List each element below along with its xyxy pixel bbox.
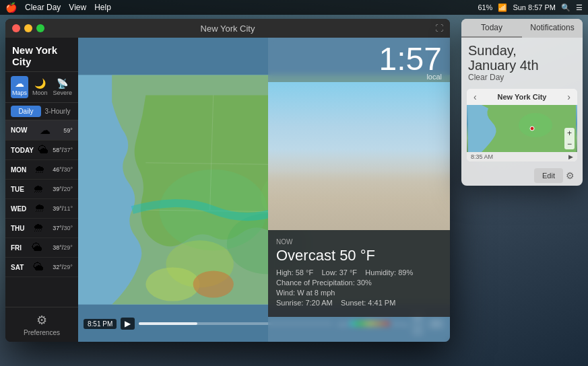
- menubar-left: 🍎 Clear Day View Help: [5, 2, 111, 13]
- weather-details: NOW Overcast 50 °F High: 58 °F Low: 37 °…: [268, 230, 450, 317]
- svg-point-7: [145, 267, 199, 301]
- window-close-button[interactable]: [12, 24, 20, 32]
- tab-severe[interactable]: 📡 Severe: [52, 76, 74, 98]
- nc-widget-header: ‹ New York City ›: [467, 89, 577, 105]
- gear-icon: ⚙: [36, 313, 47, 328]
- window-title: New York City: [201, 24, 255, 34]
- forecast-item-tue[interactable]: TUE 🌧 39°/20°: [5, 180, 78, 199]
- nc-play-icon[interactable]: ▶: [568, 153, 573, 160]
- radar-icon: 📡: [53, 78, 73, 89]
- window-minimize-button[interactable]: [24, 24, 32, 32]
- tab-3hourly[interactable]: 3-Hourly: [42, 106, 73, 117]
- sunrise-sunset-detail: Sunrise: 7:20 AM Sunset: 4:41 PM: [276, 299, 442, 307]
- menubar-time: Sun 8:57 PM: [513, 3, 556, 11]
- cloud-layer: [268, 149, 450, 230]
- nc-weather-widget: ‹ New York City › + − 8:35 AM ▶: [467, 89, 577, 161]
- menubar-view[interactable]: View: [69, 3, 86, 12]
- menubar: 🍎 Clear Day View Help 61% 📶 Sun 8:57 PM …: [0, 0, 588, 15]
- title-bar: New York City ⛶: [5, 19, 450, 38]
- menubar-help[interactable]: Help: [94, 3, 111, 12]
- partly-cloudy-icon: 🌥: [38, 144, 48, 156]
- snow2-icon: 🌨: [33, 222, 44, 234]
- nc-prev-button[interactable]: ‹: [472, 92, 478, 102]
- window-maximize-button[interactable]: [36, 24, 44, 32]
- nc-edit-button[interactable]: Edit: [534, 168, 563, 183]
- window-expand-icon[interactable]: ⛶: [435, 24, 443, 33]
- rainy-icon: 🌧: [34, 163, 45, 176]
- sidebar: New York City ☁ Maps 🌙 Moon 📡 Severe Da: [5, 38, 78, 342]
- nc-date-weekday: Sunday,: [468, 43, 576, 58]
- forecast-item-now[interactable]: NOW ☁ 59°: [5, 120, 78, 141]
- menubar-wifi-icon: 📶: [498, 3, 507, 12]
- time-value: 1:57: [276, 43, 442, 75]
- forecast-tabs: Daily 3-Hourly: [5, 103, 78, 120]
- moon-icon: 🌙: [32, 78, 48, 89]
- svg-point-8: [193, 270, 234, 297]
- tab-maps[interactable]: ☁ Maps: [11, 76, 28, 98]
- wind-detail: Wind: W at 8 mph: [276, 289, 442, 297]
- nc-date-day: January 4th: [468, 58, 576, 73]
- precipitation-detail: Chance of Precipitation: 30%: [276, 279, 442, 287]
- city-name: New York City: [5, 38, 78, 72]
- cloudy2-icon: 🌥: [33, 261, 44, 273]
- preferences-label: Preferences: [24, 329, 60, 336]
- nc-map-svg: [467, 105, 577, 152]
- nc-time-bar: 8:35 AM ▶: [467, 152, 577, 161]
- forecast-list: NOW ☁ 59° TODAY 🌥 58°/37° MON 🌧: [5, 120, 78, 307]
- nc-time-left: 8:35 AM: [471, 153, 493, 160]
- svg-point-17: [530, 126, 534, 131]
- forecast-item-thu[interactable]: THU 🌨 37°/30°: [5, 219, 78, 238]
- high-low-detail: High: 58 °F Low: 37 °F Humidity: 89%: [276, 268, 442, 277]
- nc-zoom-controls: + −: [564, 128, 575, 149]
- window-controls: [12, 24, 44, 32]
- rain-icon: 🌧: [33, 183, 44, 195]
- svg-point-16: [519, 113, 552, 137]
- menubar-app-name[interactable]: Clear Day: [25, 3, 61, 12]
- map-area[interactable]: 8:51 PM ▶ Light Strong + − 3D: [78, 38, 450, 342]
- forecast-item-mon[interactable]: MON 🌧 46°/30°: [5, 160, 78, 180]
- sky-visual: [268, 82, 450, 230]
- menubar-search-icon[interactable]: 🔍: [561, 3, 570, 12]
- apple-menu[interactable]: 🍎: [5, 2, 17, 13]
- cloudy-icon: 🌥: [32, 242, 42, 254]
- now-label: NOW: [276, 238, 442, 246]
- forecast-item-fri[interactable]: FRI 🌥 38°/29°: [5, 238, 78, 258]
- tab-moon[interactable]: 🌙 Moon: [31, 76, 49, 98]
- preferences-button[interactable]: ⚙ Preferences: [5, 307, 78, 342]
- menubar-bars-icon[interactable]: ☰: [576, 3, 583, 12]
- nc-settings-button[interactable]: ⚙: [563, 168, 577, 183]
- tab-daily[interactable]: Daily: [11, 106, 41, 117]
- map-timestamp: 8:51 PM: [84, 319, 117, 329]
- forecast-item-sat[interactable]: SAT 🌥 32°/29°: [5, 258, 78, 277]
- notification-center: Today Notifications Sunday, January 4th …: [461, 19, 583, 186]
- overcast-icon: ☁: [40, 124, 51, 137]
- nc-widget-title: New York City: [498, 93, 547, 101]
- forecast-item-wed[interactable]: WED 🌨 39°/11°: [5, 199, 78, 219]
- nc-clear-day: Clear Day: [468, 73, 576, 82]
- tab-notifications[interactable]: Notifications: [522, 19, 583, 38]
- forecast-item-today[interactable]: TODAY 🌥 58°/37°: [5, 141, 78, 160]
- snow-icon: 🌨: [34, 203, 45, 215]
- nc-zoom-out[interactable]: −: [564, 139, 575, 149]
- map-play-button[interactable]: ▶: [121, 318, 135, 330]
- nc-tabs: Today Notifications: [461, 19, 583, 38]
- view-tabs: ☁ Maps 🌙 Moon 📡 Severe: [5, 72, 78, 103]
- time-label: local: [276, 73, 442, 81]
- map-timeline-fill: [139, 322, 197, 325]
- condition-temperature: Overcast 50 °F: [276, 247, 442, 264]
- menubar-battery: 61%: [478, 3, 492, 11]
- weather-window: New York City ⛶ New York City ☁ Maps 🌙 M…: [5, 19, 450, 342]
- cloud-icon: ☁: [12, 78, 27, 89]
- menubar-right: 61% 📶 Sun 8:57 PM 🔍 ☰: [478, 3, 583, 12]
- nc-next-button[interactable]: ›: [566, 92, 572, 102]
- nc-date: Sunday, January 4th Clear Day: [461, 38, 583, 85]
- current-time-display: 1:57 local: [268, 38, 450, 82]
- weather-content: New York City ☁ Maps 🌙 Moon 📡 Severe Da: [5, 38, 450, 342]
- nc-mini-map[interactable]: + −: [467, 105, 577, 152]
- nc-zoom-in[interactable]: +: [564, 128, 575, 139]
- nc-bottom-bar: Edit ⚙: [461, 166, 583, 186]
- tab-today[interactable]: Today: [461, 19, 522, 38]
- current-weather-panel: 1:57 local NOW Overcast 50 °F High: 58 °…: [268, 38, 450, 342]
